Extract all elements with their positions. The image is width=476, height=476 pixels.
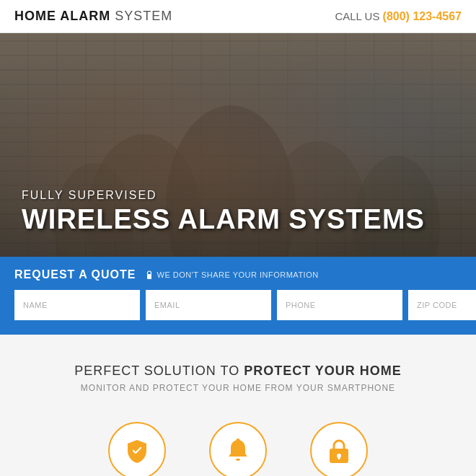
quote-form: Free Quote bbox=[14, 290, 462, 320]
quote-section: REQUEST A QUOTE WE DON'T SHARE YOUR INFO… bbox=[0, 257, 476, 335]
feature-smart: SMART bbox=[209, 422, 267, 476]
secure-circle bbox=[310, 422, 368, 476]
email-input[interactable] bbox=[146, 290, 271, 320]
zip-input[interactable] bbox=[408, 290, 476, 320]
smart-circle bbox=[209, 422, 267, 476]
lock-icon bbox=[145, 270, 154, 280]
hero-title: WIRELESS ALARM SYSTEMS bbox=[22, 205, 425, 235]
logo-light: SYSTEM bbox=[110, 9, 172, 23]
features-subtitle-light: PERFECT SOLUTION TO bbox=[74, 363, 244, 378]
feature-safe: SAFE bbox=[108, 422, 166, 476]
bell-icon bbox=[225, 437, 251, 464]
logo-bold: HOME ALARM bbox=[14, 9, 110, 23]
features-subtitle: PERFECT SOLUTION TO PROTECT YOUR HOME bbox=[14, 363, 462, 379]
phone-number[interactable]: (800) 123-4567 bbox=[383, 10, 462, 22]
phone-input[interactable] bbox=[277, 290, 402, 320]
lock-svg bbox=[146, 270, 153, 280]
features-subtitle-bold: PROTECT YOUR HOME bbox=[244, 363, 402, 378]
quote-header: REQUEST A QUOTE WE DON'T SHARE YOUR INFO… bbox=[14, 268, 462, 281]
features-description: MONITOR AND PROTECT YOUR HOME FROM YOUR … bbox=[14, 383, 462, 393]
quote-title: REQUEST A QUOTE bbox=[14, 268, 136, 281]
site-logo: HOME ALARM SYSTEM bbox=[14, 9, 172, 24]
svg-point-6 bbox=[237, 438, 240, 442]
name-input[interactable] bbox=[14, 290, 140, 320]
quote-privacy: WE DON'T SHARE YOUR INFORMATION bbox=[145, 270, 319, 280]
header-phone: CALL US (800) 123-4567 bbox=[335, 10, 462, 23]
shield-icon bbox=[123, 437, 151, 464]
hero-section: Fully Supervised WIRELESS ALARM SYSTEMS bbox=[0, 33, 476, 257]
hero-subtitle: Fully Supervised bbox=[22, 189, 425, 202]
feature-secure: SECURE bbox=[310, 422, 368, 476]
features-section: PERFECT SOLUTION TO PROTECT YOUR HOME MO… bbox=[0, 335, 476, 476]
call-label: CALL US bbox=[335, 10, 382, 22]
lock-icon bbox=[327, 437, 351, 464]
safe-circle bbox=[108, 422, 166, 476]
hero-text-block: Fully Supervised WIRELESS ALARM SYSTEMS bbox=[0, 189, 446, 257]
privacy-text: WE DON'T SHARE YOUR INFORMATION bbox=[157, 270, 319, 279]
svg-rect-5 bbox=[147, 274, 151, 279]
features-icons-row: SAFE SMART SECU bbox=[14, 422, 462, 476]
site-header: HOME ALARM SYSTEM CALL US (800) 123-4567 bbox=[0, 0, 476, 33]
svg-rect-9 bbox=[338, 456, 340, 459]
